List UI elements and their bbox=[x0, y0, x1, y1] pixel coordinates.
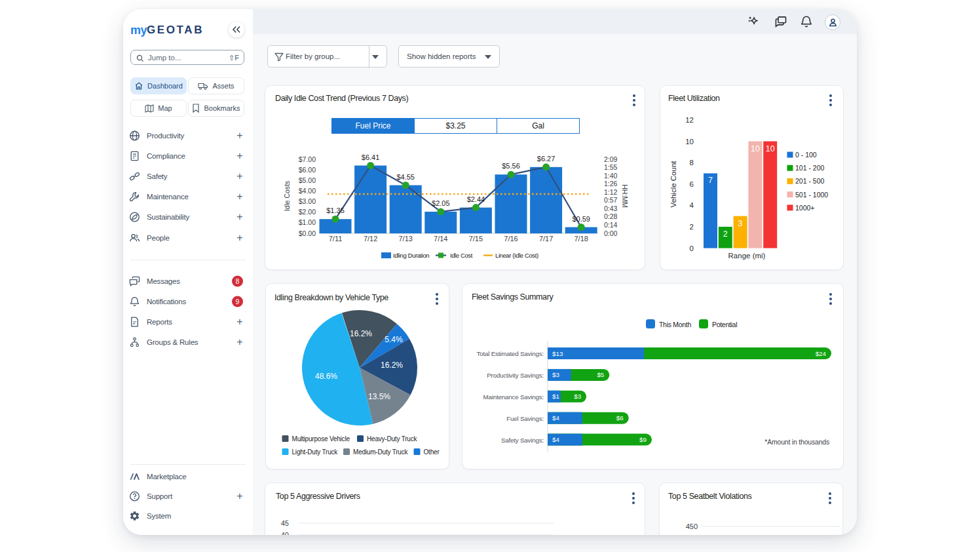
svg-text:2: 2 bbox=[723, 229, 728, 239]
svg-text:3: 3 bbox=[738, 219, 743, 228]
svg-text:0:14: 0:14 bbox=[604, 221, 618, 229]
svg-text:7: 7 bbox=[708, 176, 713, 185]
svg-text:$4.00: $4.00 bbox=[299, 187, 316, 195]
svg-text:$5.56: $5.56 bbox=[502, 162, 520, 170]
svg-text:Safety Savings:: Safety Savings: bbox=[501, 437, 544, 444]
svg-text:7/15: 7/15 bbox=[469, 235, 483, 243]
svg-text:13.5%: 13.5% bbox=[368, 392, 390, 401]
svg-text:7/11: 7/11 bbox=[329, 235, 343, 243]
svg-text:400: 400 bbox=[686, 534, 698, 535]
svg-text:7/17: 7/17 bbox=[539, 235, 553, 243]
svg-text:7/14: 7/14 bbox=[434, 235, 447, 243]
svg-text:This Month: This Month bbox=[659, 321, 691, 328]
svg-text:6: 6 bbox=[690, 180, 694, 188]
svg-text:12: 12 bbox=[685, 116, 694, 124]
svg-text:2:09: 2:09 bbox=[604, 155, 618, 163]
svg-text:$1.35: $1.35 bbox=[326, 207, 345, 214]
svg-text:$0.59: $0.59 bbox=[572, 215, 590, 223]
svg-text:10: 10 bbox=[751, 144, 760, 153]
svg-text:450: 450 bbox=[686, 522, 698, 530]
svg-text:7/13: 7/13 bbox=[398, 235, 412, 243]
svg-text:$0.00: $0.00 bbox=[299, 229, 316, 237]
svg-text:501 - 1000: 501 - 1000 bbox=[795, 191, 828, 199]
svg-text:Light-Duty Truck: Light-Duty Truck bbox=[292, 448, 339, 456]
svg-text:Vehicle Count: Vehicle Count bbox=[669, 161, 677, 208]
svg-text:16.2%: 16.2% bbox=[381, 361, 403, 370]
svg-text:8: 8 bbox=[690, 159, 694, 167]
svg-text:$2.05: $2.05 bbox=[432, 199, 450, 207]
svg-text:1:12: 1:12 bbox=[604, 188, 618, 196]
svg-text:Idle Cost: Idle Cost bbox=[450, 252, 473, 259]
svg-text:40: 40 bbox=[281, 531, 289, 535]
svg-text:Fuel Savings:: Fuel Savings: bbox=[506, 415, 544, 422]
svg-text:45: 45 bbox=[281, 519, 289, 527]
svg-text:7/18: 7/18 bbox=[574, 235, 588, 243]
svg-text:0:43: 0:43 bbox=[604, 205, 618, 212]
svg-text:201 - 500: 201 - 500 bbox=[795, 177, 825, 185]
svg-text:Medium-Duty Truck: Medium-Duty Truck bbox=[353, 448, 408, 456]
svg-text:0:00: 0:00 bbox=[604, 229, 618, 237]
svg-text:Range (mi): Range (mi) bbox=[728, 252, 766, 260]
svg-text:Multipurpose Vehicle: Multipurpose Vehicle bbox=[292, 435, 350, 443]
svg-text:101 - 200: 101 - 200 bbox=[795, 164, 825, 172]
svg-text:$5.00: $5.00 bbox=[299, 176, 316, 184]
svg-text:$4.55: $4.55 bbox=[396, 173, 415, 181]
svg-text:0: 0 bbox=[690, 245, 694, 252]
svg-text:Idle Costs: Idle Costs bbox=[283, 181, 291, 212]
svg-text:Heavy-Duty Truck: Heavy-Duty Truck bbox=[367, 435, 417, 443]
svg-text:0:28: 0:28 bbox=[604, 212, 618, 220]
svg-text:4: 4 bbox=[690, 201, 694, 209]
svg-text:$5: $5 bbox=[597, 371, 604, 378]
svg-text:$1: $1 bbox=[552, 393, 559, 400]
svg-text:$7.00: $7.00 bbox=[299, 155, 316, 163]
svg-text:Idling Duration: Idling Duration bbox=[393, 252, 429, 259]
svg-text:$2.00: $2.00 bbox=[299, 208, 316, 216]
svg-text:$6: $6 bbox=[616, 414, 624, 422]
svg-text:2: 2 bbox=[690, 223, 694, 231]
svg-text:$4: $4 bbox=[552, 436, 559, 443]
svg-text:*Amount in thousands: *Amount in thousands bbox=[764, 438, 829, 446]
svg-text:$24: $24 bbox=[816, 350, 827, 357]
svg-text:$6.00: $6.00 bbox=[299, 166, 316, 174]
svg-text:Linear (Idle Cost): Linear (Idle Cost) bbox=[495, 252, 538, 259]
svg-text:$3: $3 bbox=[574, 393, 581, 400]
svg-text:5.4%: 5.4% bbox=[385, 335, 403, 344]
svg-text:1000+: 1000+ bbox=[795, 204, 815, 212]
svg-text:1:40: 1:40 bbox=[604, 172, 618, 180]
svg-text:$2.44: $2.44 bbox=[467, 195, 485, 203]
svg-text:0 - 100: 0 - 100 bbox=[795, 151, 817, 159]
svg-text:$9: $9 bbox=[639, 436, 647, 443]
svg-text:Total Estimated Savings:: Total Estimated Savings: bbox=[477, 350, 544, 357]
svg-text:0:57: 0:57 bbox=[604, 196, 618, 204]
svg-text:16.2%: 16.2% bbox=[350, 329, 372, 338]
svg-text:1:26: 1:26 bbox=[604, 180, 618, 187]
svg-text:$4: $4 bbox=[552, 414, 559, 422]
svg-text:7/16: 7/16 bbox=[504, 235, 518, 243]
svg-text:$13: $13 bbox=[552, 350, 563, 357]
svg-text:10: 10 bbox=[766, 144, 775, 153]
svg-text:7/12: 7/12 bbox=[364, 235, 377, 243]
svg-text:$6.27: $6.27 bbox=[537, 155, 556, 163]
svg-text:$3: $3 bbox=[552, 371, 559, 378]
svg-text:$6.41: $6.41 bbox=[362, 153, 380, 161]
svg-text:Other: Other bbox=[424, 448, 440, 456]
svg-text:Productivity Savings:: Productivity Savings: bbox=[487, 372, 544, 379]
svg-text:Maintenance Savings:: Maintenance Savings: bbox=[483, 393, 544, 401]
svg-text:HH:MM: HH:MM bbox=[621, 184, 629, 208]
svg-text:48.6%: 48.6% bbox=[315, 372, 337, 381]
svg-text:$3.00: $3.00 bbox=[299, 197, 316, 205]
svg-text:$1.00: $1.00 bbox=[299, 218, 316, 226]
svg-text:1:55: 1:55 bbox=[604, 163, 618, 171]
svg-text:Potential: Potential bbox=[712, 321, 737, 328]
svg-text:10: 10 bbox=[685, 138, 694, 146]
